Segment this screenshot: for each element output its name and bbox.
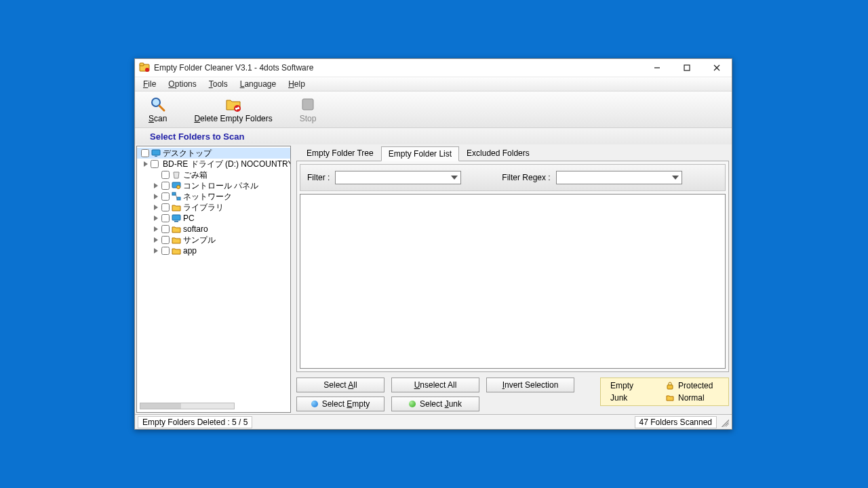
tree-label: app — [183, 246, 197, 256]
menu-tools[interactable]: Tools — [206, 78, 231, 90]
network-icon — [172, 192, 181, 201]
tree-row[interactable]: PC — [137, 213, 290, 224]
tree-checkbox[interactable] — [151, 160, 159, 168]
filter-regex-label: Filter Regex : — [502, 173, 550, 182]
unselect-all-button[interactable]: Unselect All — [391, 378, 479, 392]
filter-bar: Filter : Filter Regex : — [300, 164, 726, 191]
app-window: Empty Folder Cleaner V3.1 - 4dots Softwa… — [134, 58, 732, 430]
app-icon — [139, 62, 150, 73]
svg-rect-23 — [177, 197, 180, 200]
minimize-button[interactable] — [642, 59, 672, 77]
svg-marker-18 — [154, 183, 158, 188]
folder-listbox[interactable] — [300, 194, 726, 369]
tree-row[interactable]: デスクトップ — [137, 148, 290, 159]
svg-rect-1 — [140, 63, 144, 66]
tree-checkbox[interactable] — [161, 247, 170, 255]
close-button[interactable] — [702, 59, 732, 77]
svg-rect-27 — [172, 215, 180, 220]
desktop-icon — [151, 148, 161, 158]
tree-row[interactable]: BD-RE ドライブ (D:) NOCOUNTRY — [137, 159, 290, 169]
menu-help[interactable]: Help — [285, 78, 308, 90]
expand-icon[interactable] — [153, 226, 159, 232]
svg-rect-14 — [155, 156, 157, 157]
expand-icon[interactable] — [153, 237, 159, 243]
tree-label: BD-RE ドライブ (D:) NOCOUNTRY — [163, 159, 291, 170]
stop-icon — [300, 96, 316, 113]
tree-checkbox[interactable] — [161, 182, 170, 190]
tree-row[interactable]: ライブラリ — [137, 202, 290, 213]
toolbar: Scan Delete Empty Folders Stop — [135, 92, 732, 128]
svg-rect-34 — [667, 385, 673, 389]
pc-icon — [172, 214, 181, 223]
filter-label: Filter : — [307, 173, 330, 182]
folder-delete-icon — [225, 96, 241, 113]
expand-icon[interactable] — [153, 193, 159, 200]
legend: Empty Protected Junk Normal — [600, 378, 729, 406]
invert-selection-button[interactable]: Invert Selection — [486, 378, 574, 392]
magnifier-icon — [150, 96, 166, 113]
select-all-button[interactable]: Select All — [296, 378, 384, 392]
tab-body: Filter : Filter Regex : — [296, 161, 729, 372]
menu-file[interactable]: File — [140, 78, 159, 90]
menu-options[interactable]: Options — [165, 78, 199, 90]
tree-label: デスクトップ — [163, 148, 212, 159]
filter-combo[interactable] — [335, 171, 461, 184]
tree-row[interactable]: ごみ箱 — [137, 169, 290, 180]
tree-checkbox[interactable] — [161, 192, 170, 201]
filter-regex-combo[interactable] — [556, 171, 682, 184]
svg-line-24 — [176, 194, 177, 199]
delete-empty-folders-button[interactable]: Delete Empty Folders — [194, 96, 272, 123]
svg-marker-29 — [154, 226, 158, 232]
svg-marker-26 — [154, 216, 158, 221]
svg-marker-21 — [154, 194, 158, 199]
expand-icon[interactable] — [153, 182, 159, 189]
tree-checkbox[interactable] — [161, 171, 170, 179]
tree-label: サンプル — [183, 235, 216, 246]
svg-marker-31 — [154, 248, 158, 253]
tree-row[interactable]: softaro — [137, 224, 290, 235]
expand-icon[interactable] — [153, 171, 159, 178]
tab-empty-folder-list[interactable]: Empty Folder List — [381, 146, 459, 161]
tab-empty-folder-tree[interactable]: Empty Folder Tree — [299, 146, 381, 161]
svg-rect-22 — [172, 192, 176, 195]
window-title: Empty Folder Cleaner V3.1 - 4dots Softwa… — [154, 63, 642, 73]
svg-marker-30 — [154, 237, 158, 243]
tree-checkbox[interactable] — [161, 225, 170, 233]
section-heading: Select Folders to Scan — [135, 128, 732, 144]
svg-point-2 — [145, 68, 149, 72]
tree-label: ライブラリ — [183, 202, 224, 214]
tree-row[interactable]: サンプル — [137, 235, 290, 245]
maximize-button[interactable] — [672, 59, 702, 77]
menu-language[interactable]: Language — [237, 78, 279, 90]
folder-tree[interactable]: デスクトップBD-RE ドライブ (D:) NOCOUNTRYごみ箱コントロール… — [136, 146, 291, 413]
tree-row[interactable]: app — [137, 245, 290, 256]
svg-marker-15 — [144, 161, 148, 167]
expand-icon[interactable] — [153, 215, 159, 222]
titlebar: Empty Folder Cleaner V3.1 - 4dots Softwa… — [135, 59, 732, 77]
recycle-icon — [172, 170, 181, 180]
tree-checkbox[interactable] — [161, 203, 170, 211]
tree-checkbox[interactable] — [161, 236, 170, 244]
tree-checkbox[interactable] — [141, 149, 149, 157]
select-empty-button[interactable]: Select Empty — [296, 396, 384, 411]
chevron-down-icon — [450, 172, 459, 183]
stop-button[interactable]: Stop — [300, 96, 317, 123]
junk-dot-icon — [409, 401, 416, 407]
expand-icon[interactable] — [153, 204, 159, 211]
expand-icon[interactable] — [153, 247, 159, 254]
tree-row[interactable]: ネットワーク — [137, 191, 290, 202]
select-junk-button[interactable]: Select Junk — [391, 396, 479, 411]
status-deleted: Empty Folders Deleted : 5 / 5 — [138, 416, 252, 428]
tree-scrollbar[interactable] — [140, 403, 235, 409]
svg-marker-32 — [451, 176, 458, 180]
tree-label: PC — [183, 214, 195, 223]
tree-checkbox[interactable] — [161, 214, 170, 222]
tab-excluded-folders[interactable]: Excluded Folders — [459, 146, 537, 161]
scan-button[interactable]: Scan — [149, 96, 167, 123]
tree-row[interactable]: コントロール パネル — [137, 180, 290, 191]
status-scanned: 47 Folders Scanned — [635, 416, 717, 428]
tab-strip: Empty Folder Tree Empty Folder List Excl… — [296, 146, 729, 161]
expand-icon[interactable] — [143, 161, 149, 167]
statusbar: Empty Folders Deleted : 5 / 5 47 Folders… — [135, 414, 732, 429]
resize-grip[interactable] — [719, 418, 729, 427]
